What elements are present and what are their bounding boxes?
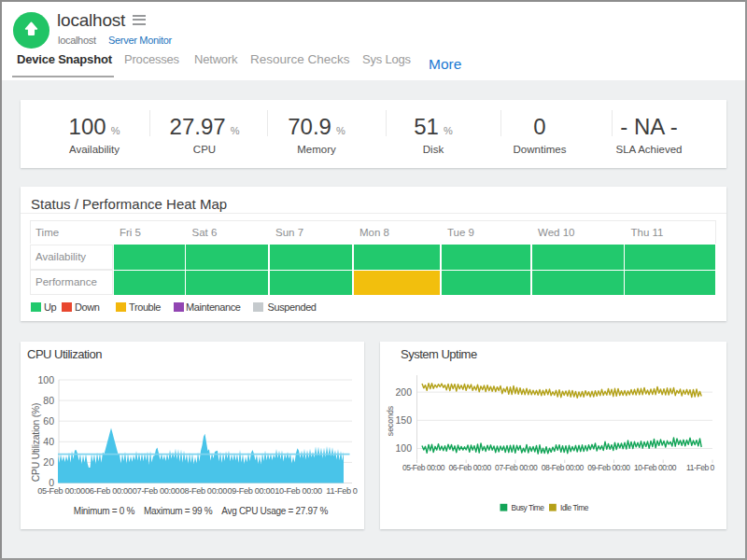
svg-text:09-Feb 00:00: 09-Feb 00:00 <box>587 463 630 472</box>
svg-text:08-Feb 00:00: 08-Feb 00:00 <box>542 463 585 472</box>
svg-text:05-Feb 00:00: 05-Feb 00:00 <box>402 463 445 472</box>
svg-text:100: 100 <box>37 374 54 385</box>
svg-text:Idle Time: Idle Time <box>560 503 589 512</box>
svg-text:seconds: seconds <box>386 405 395 436</box>
svg-text:10-Feb 00:00: 10-Feb 00:00 <box>634 463 677 472</box>
svg-text:20: 20 <box>43 456 54 468</box>
svg-text:Minimum = 0 % Maximum = 99: Minimum = 0 % Maximum = 99 % Avg CPU Usa… <box>74 506 329 516</box>
svg-text:06-Feb 00:00: 06-Feb 00:00 <box>449 463 492 472</box>
svg-text:150: 150 <box>395 414 412 426</box>
svg-text:100: 100 <box>395 442 412 454</box>
svg-text:10-Feb 00:00: 10-Feb 00:00 <box>275 486 322 496</box>
svg-text:07-Feb 00:00: 07-Feb 00:00 <box>495 463 538 472</box>
svg-text:06-Feb 00:00: 06-Feb 00:00 <box>85 486 133 496</box>
svg-text:07-Feb 00:00: 07-Feb 00:00 <box>133 486 180 496</box>
svg-text:200: 200 <box>395 386 412 398</box>
svg-text:Busy Time: Busy Time <box>512 503 545 512</box>
svg-text:CPU Utilization (%): CPU Utilization (%) <box>31 403 41 482</box>
svg-text:05-Feb 00:00: 05-Feb 00:00 <box>37 486 85 496</box>
svg-text:80: 80 <box>43 395 54 406</box>
svg-text:11-Feb 0: 11-Feb 0 <box>686 463 715 472</box>
svg-text:60: 60 <box>43 415 54 427</box>
svg-text:40: 40 <box>43 436 54 447</box>
svg-text:08-Feb 00:00: 08-Feb 00:00 <box>180 486 228 496</box>
svg-text:09-Feb 00:00: 09-Feb 00:00 <box>227 486 275 496</box>
svg-text:11-Feb 0: 11-Feb 0 <box>326 486 358 496</box>
